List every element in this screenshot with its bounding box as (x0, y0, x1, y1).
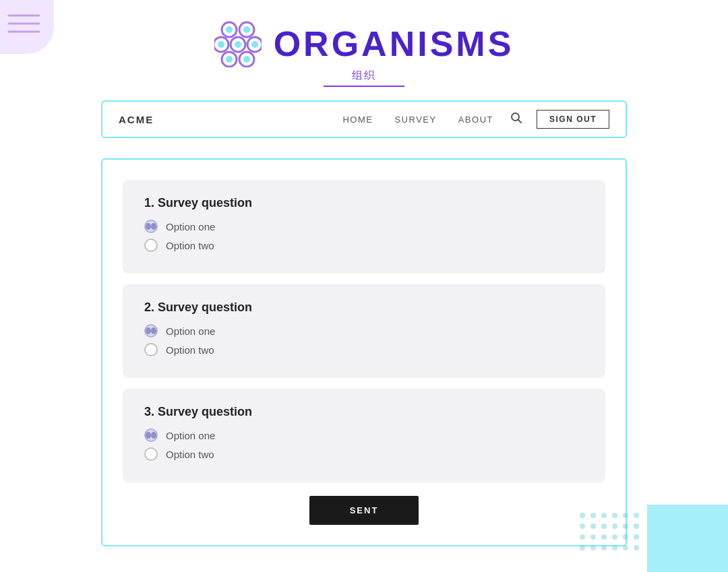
q2-option2-label: Option two (166, 344, 214, 356)
q1-option1-label: Option one (166, 221, 215, 232)
navbar: ACME HOME SURVEY ABOUT SIGN OUT (101, 100, 627, 138)
svg-point-14 (226, 56, 233, 63)
deco-lines-icon (5, 5, 42, 42)
main-content: 1. Survey question Option one Option two… (101, 158, 627, 546)
svg-line-18 (518, 119, 521, 123)
navbar-links: HOME SURVEY ABOUT (342, 115, 493, 125)
submit-button[interactable]: SENT (309, 496, 419, 525)
logo-text: ORGANISMS (274, 24, 514, 64)
q3-radio2[interactable] (144, 447, 158, 461)
q3-option2[interactable]: Option two (144, 447, 584, 461)
search-icon[interactable] (510, 111, 523, 128)
svg-point-8 (218, 41, 224, 48)
logo-icon (214, 20, 262, 67)
nav-link-about[interactable]: ABOUT (458, 115, 493, 125)
q1-option2-label: Option two (166, 240, 214, 251)
q3-radio1[interactable] (144, 428, 158, 442)
question-2-title: 2. Survey question (144, 300, 584, 315)
signout-button[interactable]: SIGN OUT (537, 110, 609, 129)
q1-radio2[interactable] (144, 239, 158, 252)
q1-option1[interactable]: Option one (144, 220, 584, 233)
question-1-title: 1. Survey question (144, 196, 584, 210)
svg-point-10 (235, 41, 241, 48)
deco-dots (580, 513, 640, 552)
deco-cyan-block (647, 505, 728, 572)
logo-subtitle: 组织 (324, 69, 404, 87)
survey-card-3: 3. Survey question Option one Option two (123, 389, 605, 482)
q2-option1-label: Option one (166, 325, 215, 337)
svg-point-6 (243, 26, 250, 33)
q2-option1[interactable]: Option one (144, 324, 584, 338)
survey-card-2: 2. Survey question Option one Option two (123, 284, 605, 378)
svg-point-16 (243, 56, 250, 63)
survey-card-1: 1. Survey question Option one Option two (123, 180, 605, 274)
nav-link-home[interactable]: HOME (342, 115, 373, 125)
q1-option2[interactable]: Option two (144, 239, 584, 252)
navbar-brand: ACME (119, 114, 154, 125)
q1-radio1[interactable] (144, 220, 158, 233)
q2-radio1[interactable] (144, 324, 158, 338)
svg-point-4 (226, 26, 233, 33)
q2-option2[interactable]: Option two (144, 343, 584, 356)
question-3-title: 3. Survey question (144, 405, 584, 419)
q2-radio2[interactable] (144, 343, 158, 356)
nav-link-survey[interactable]: SURVEY (394, 115, 436, 125)
svg-point-12 (251, 41, 258, 48)
q3-option1[interactable]: Option one (144, 428, 584, 442)
q3-option2-label: Option two (166, 449, 214, 460)
q3-option1-label: Option one (166, 430, 215, 441)
header-logo: ORGANISMS 组织 (0, 0, 728, 100)
